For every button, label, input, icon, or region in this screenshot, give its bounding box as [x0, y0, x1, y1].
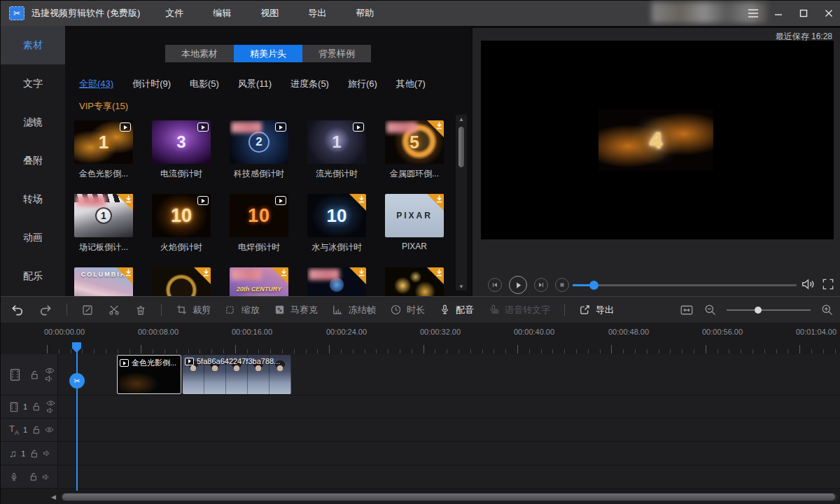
- play-button[interactable]: [509, 276, 527, 294]
- stop-button[interactable]: [555, 278, 569, 292]
- mute-speaker-icon[interactable]: [43, 450, 51, 456]
- track-text-lane[interactable]: [58, 419, 840, 441]
- split-scissors-button[interactable]: [108, 304, 120, 316]
- next-frame-button[interactable]: [534, 278, 548, 292]
- template-card[interactable]: 1 流光倒计时: [307, 120, 366, 194]
- export-button[interactable]: 导出: [579, 304, 614, 316]
- filter-movie[interactable]: 电影(5): [190, 78, 219, 90]
- scrollbar-thumb[interactable]: [458, 126, 465, 168]
- template-card[interactable]: COLUMBIA: [74, 267, 133, 296]
- menu-export[interactable]: 导出: [308, 7, 326, 20]
- mute-speaker-icon[interactable]: [46, 407, 55, 414]
- track-overlay-lane[interactable]: [58, 396, 840, 418]
- template-card[interactable]: 10 水与冰倒计时: [307, 194, 366, 267]
- template-card[interactable]: 20th CENTURY: [230, 267, 288, 296]
- redo-button[interactable]: [38, 303, 52, 317]
- fullscreen-icon[interactable]: [821, 277, 835, 291]
- hscroll-thumb[interactable]: [62, 493, 835, 500]
- preview-screen[interactable]: 4: [481, 41, 834, 239]
- clip-countdown[interactable]: 金色光影倒...: [117, 355, 181, 394]
- tab-background-samples[interactable]: 背景样例: [302, 45, 371, 62]
- fit-timeline-icon[interactable]: [680, 304, 694, 316]
- scroll-left-icon[interactable]: ◀: [51, 493, 56, 500]
- maximize-button[interactable]: [797, 7, 810, 20]
- mosaic-button[interactable]: 马赛克: [274, 304, 318, 316]
- sidebar-item-material[interactable]: 素材: [1, 26, 65, 64]
- scale-button[interactable]: 缩放: [225, 304, 260, 316]
- timeline-hscrollbar[interactable]: ◀: [1, 492, 840, 502]
- download-icon[interactable]: [194, 267, 211, 284]
- materials-scrollbar[interactable]: ▲ ▼: [456, 115, 467, 290]
- visibility-eye-icon[interactable]: [46, 400, 55, 406]
- filter-travel[interactable]: 旅行(6): [348, 78, 377, 90]
- play-preview-icon[interactable]: [197, 122, 209, 132]
- template-card[interactable]: [152, 267, 211, 296]
- duration-button[interactable]: 时长: [390, 304, 425, 316]
- download-icon[interactable]: [272, 267, 288, 284]
- scroll-down-icon[interactable]: ▼: [456, 282, 467, 290]
- filter-countdown[interactable]: 倒计时(9): [132, 78, 171, 90]
- filter-scenery[interactable]: 风景(11): [238, 78, 272, 90]
- track-voice-lane[interactable]: [58, 465, 840, 488]
- tab-intro-templates[interactable]: 精美片头: [234, 45, 302, 62]
- sidebar-item-music[interactable]: 配乐: [1, 257, 65, 295]
- filter-progressbar[interactable]: 进度条(5): [290, 78, 329, 90]
- template-card[interactable]: 1 场记板倒计...: [74, 194, 133, 267]
- play-preview-icon[interactable]: [275, 196, 286, 205]
- lock-open-icon[interactable]: [29, 370, 39, 380]
- scroll-up-icon[interactable]: ▲: [456, 115, 467, 123]
- template-card[interactable]: PIXAR PIXAR: [385, 194, 444, 267]
- zoom-in-icon[interactable]: [820, 303, 834, 316]
- delete-button[interactable]: [134, 304, 147, 316]
- sidebar-item-text[interactable]: 文字: [1, 64, 65, 103]
- sidebar-item-transition[interactable]: 转场: [1, 180, 65, 218]
- template-card[interactable]: UNIVERSAL: [307, 267, 366, 296]
- close-button[interactable]: [822, 7, 835, 20]
- mute-speaker-icon[interactable]: [45, 375, 55, 382]
- menu-edit[interactable]: 编辑: [213, 7, 231, 20]
- dub-button[interactable]: 配音: [439, 304, 474, 316]
- zoom-slider-handle[interactable]: [755, 307, 762, 314]
- seek-bar[interactable]: [573, 284, 797, 286]
- sidebar-item-filter[interactable]: 滤镜: [1, 103, 65, 141]
- previous-frame-button[interactable]: [488, 278, 502, 292]
- download-icon[interactable]: [116, 194, 133, 211]
- download-icon[interactable]: [427, 120, 444, 137]
- timeline-ruler[interactable]: 00:00:00.00 00:00:08.00 00:00:16.00 00:0…: [1, 323, 840, 354]
- play-preview-icon[interactable]: [353, 122, 364, 132]
- minimize-button[interactable]: [772, 7, 785, 20]
- template-card[interactable]: [385, 267, 444, 296]
- filter-all[interactable]: 全部(43): [79, 78, 113, 90]
- seek-handle[interactable]: [589, 281, 598, 290]
- template-card[interactable]: 2 科技感倒计时: [230, 120, 288, 194]
- download-icon[interactable]: [116, 267, 133, 284]
- lock-open-icon[interactable]: [29, 472, 38, 482]
- menu-view[interactable]: 视图: [260, 7, 279, 20]
- sidebar-item-animation[interactable]: 动画: [1, 218, 65, 257]
- menu-help[interactable]: 帮助: [356, 7, 374, 20]
- freeze-frame-button[interactable]: 冻结帧: [332, 304, 376, 316]
- play-preview-icon[interactable]: [197, 196, 209, 205]
- lock-open-icon[interactable]: [29, 449, 38, 458]
- playhead-scissors-button[interactable]: ✂: [69, 373, 85, 388]
- crop-button[interactable]: 裁剪: [176, 304, 211, 316]
- play-preview-icon[interactable]: [120, 122, 131, 132]
- visibility-eye-icon[interactable]: [45, 427, 54, 433]
- hamburger-menu-icon[interactable]: [747, 7, 760, 20]
- menu-file[interactable]: 文件: [165, 7, 183, 20]
- zoom-out-icon[interactable]: [704, 303, 717, 316]
- filter-other[interactable]: 其他(7): [396, 78, 426, 90]
- track-video-lane[interactable]: 金色光影倒... 5fa86a642247f3ba788...: [58, 354, 840, 395]
- template-card[interactable]: 10 电焊倒计时: [230, 194, 288, 267]
- play-preview-icon[interactable]: [275, 122, 286, 132]
- volume-icon[interactable]: [800, 276, 816, 292]
- track-music-lane[interactable]: [58, 442, 840, 465]
- download-icon[interactable]: [349, 267, 366, 284]
- mute-speaker-icon[interactable]: [42, 474, 50, 480]
- undo-button[interactable]: [10, 303, 24, 317]
- download-icon[interactable]: [427, 194, 444, 211]
- lock-open-icon[interactable]: [31, 402, 41, 412]
- hscroll-track[interactable]: [61, 493, 838, 501]
- edit-clip-button[interactable]: [81, 304, 94, 316]
- template-card[interactable]: 5 金属圆环倒...: [385, 120, 444, 194]
